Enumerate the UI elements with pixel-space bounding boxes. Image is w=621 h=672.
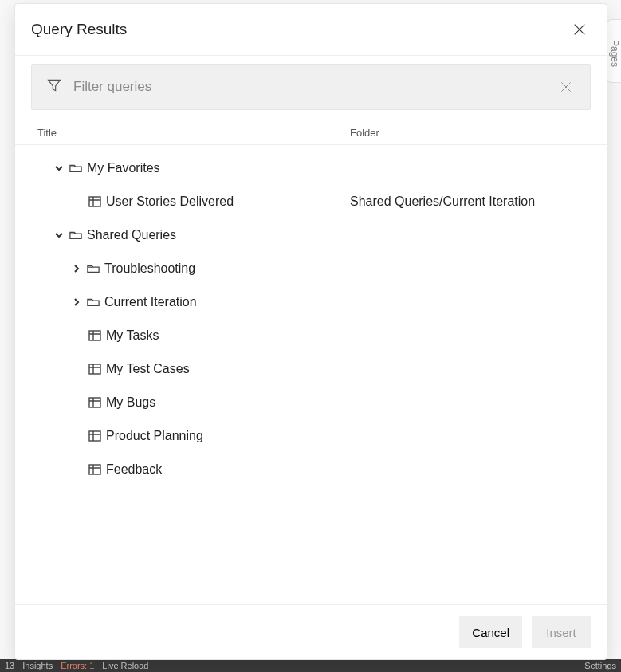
query-icon (88, 363, 101, 375)
tree-folder-troubleshooting[interactable]: Troubleshooting (15, 252, 607, 285)
tree-query-my-test-cases[interactable]: My Test Cases (15, 352, 607, 386)
query-icon (88, 195, 101, 208)
tree-query-my-bugs[interactable]: My Bugs (15, 386, 607, 419)
folder-icon (87, 262, 100, 275)
tree-label: My Bugs (106, 395, 155, 410)
tree-query-feedback[interactable]: Feedback (15, 453, 607, 486)
folder-icon (69, 229, 82, 242)
status-text: Insights (22, 661, 53, 670)
cancel-button[interactable]: Cancel (459, 616, 522, 648)
folder-icon (87, 296, 100, 308)
tree-label: My Test Cases (106, 362, 190, 376)
search-box (31, 64, 591, 110)
tree-label: My Tasks (106, 328, 159, 343)
query-icon (88, 396, 101, 409)
tree-query-product-planning[interactable]: Product Planning (15, 419, 607, 453)
background-pages-tab: Pages (607, 19, 621, 83)
tree-label: My Favorites (87, 161, 160, 175)
query-icon (88, 329, 101, 342)
query-icon (88, 463, 101, 476)
column-header-folder: Folder (350, 127, 584, 139)
status-text: 13 (5, 661, 14, 670)
tree-label: Feedback (106, 462, 162, 477)
svg-rect-5 (89, 465, 100, 474)
svg-rect-4 (89, 431, 100, 441)
svg-rect-1 (89, 331, 100, 340)
search-wrap (15, 56, 607, 121)
column-header-title: Title (37, 127, 350, 139)
insert-button[interactable]: Insert (532, 616, 591, 648)
clear-search-button[interactable] (556, 77, 576, 96)
chevron-right-icon (71, 298, 82, 306)
svg-rect-3 (89, 398, 100, 407)
filter-icon (46, 77, 62, 96)
tree-folder-current-iteration[interactable]: Current Iteration (15, 285, 607, 319)
column-headers: Title Folder (15, 121, 607, 145)
dialog-header: Query Results (15, 4, 607, 55)
tree-query-user-stories-delivered[interactable]: User Stories Delivered Shared Queries/Cu… (15, 185, 607, 218)
folder-icon (69, 162, 82, 175)
dialog-title: Query Results (31, 21, 127, 38)
status-settings: Settings (584, 661, 616, 670)
tree-label: Product Planning (106, 429, 203, 443)
tree-label: Current Iteration (104, 295, 197, 309)
close-button[interactable] (568, 18, 591, 41)
status-text: Live Reload (102, 661, 148, 670)
svg-rect-2 (89, 364, 100, 374)
query-icon (88, 430, 101, 442)
close-icon (572, 22, 587, 37)
background-status-bar: 13 Insights Errors: 1 Live Reload Settin… (0, 659, 621, 672)
filter-input[interactable] (72, 78, 556, 96)
tree-query-my-tasks[interactable]: My Tasks (15, 319, 607, 352)
close-icon (560, 81, 572, 93)
tree-folder-shared-queries[interactable]: Shared Queries (15, 218, 607, 252)
svg-rect-0 (89, 197, 100, 206)
tree-label: User Stories Delivered (106, 195, 234, 209)
tree-label: Shared Queries (87, 228, 176, 242)
tree-label: Troubleshooting (104, 261, 195, 276)
dialog-footer: Cancel Insert (15, 604, 607, 659)
chevron-right-icon (71, 265, 82, 273)
query-tree: My Favorites User Stories Delivered Shar… (15, 145, 607, 604)
chevron-down-icon (53, 231, 65, 239)
chevron-down-icon (53, 164, 65, 172)
tree-folder-path: Shared Queries/Current Iteration (350, 195, 607, 209)
tree-folder-my-favorites[interactable]: My Favorites (15, 151, 607, 185)
status-errors: Errors: 1 (61, 661, 94, 670)
query-results-dialog: Query Results Title Folder (14, 3, 607, 660)
